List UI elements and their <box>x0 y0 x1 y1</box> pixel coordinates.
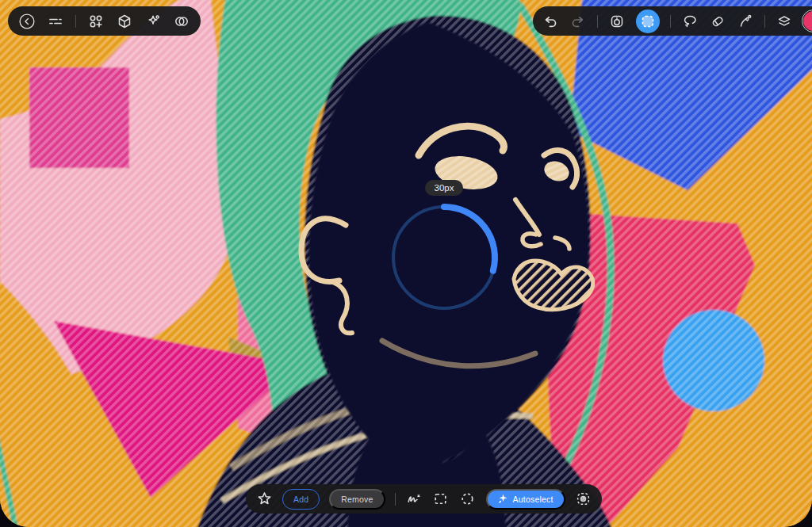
redo-button[interactable] <box>569 13 587 30</box>
dashed-rectangle-icon <box>432 491 449 507</box>
brush-size-ring[interactable] <box>387 200 501 315</box>
effects-button[interactable] <box>144 13 162 30</box>
overlapping-circles-icon <box>174 13 190 29</box>
toolbar-divider <box>395 493 396 506</box>
add-button[interactable]: Add <box>282 489 320 510</box>
freehand-select-button[interactable] <box>405 491 423 508</box>
color-swatch-button[interactable] <box>803 11 812 31</box>
layers-icon <box>776 13 792 29</box>
layers-button[interactable] <box>776 13 793 30</box>
autoselect-button[interactable]: Autoselect <box>486 489 565 510</box>
dashed-circle-icon <box>459 491 476 507</box>
blend-button[interactable] <box>173 13 190 30</box>
undo-button[interactable] <box>542 13 559 30</box>
toolbar-divider <box>597 15 598 28</box>
lasso-tool-button[interactable] <box>681 13 699 30</box>
cube-icon <box>117 13 132 29</box>
top-left-toolbar <box>8 6 201 36</box>
adjust-lines-icon <box>48 13 63 29</box>
redo-arrow-icon <box>570 13 586 29</box>
scribble-select-icon <box>405 491 422 507</box>
select-tool-button[interactable] <box>636 10 660 33</box>
remove-button[interactable]: Remove <box>329 489 385 510</box>
frame-circle-icon <box>609 13 625 29</box>
shapes-plus-icon <box>88 13 104 29</box>
top-right-toolbar <box>533 6 812 36</box>
back-button[interactable] <box>18 13 36 30</box>
eraser-tool-button[interactable] <box>709 13 726 30</box>
bottom-toolbar: Add Remove Autoselect <box>246 484 602 514</box>
paint-brush-icon <box>737 13 753 29</box>
adjust-button[interactable] <box>47 13 64 30</box>
autoselect-label: Autoselect <box>513 495 553 504</box>
app-screen: 30px <box>0 0 812 527</box>
favorite-button[interactable] <box>255 491 273 508</box>
3d-button[interactable] <box>116 13 133 30</box>
toolbar-divider <box>75 15 76 28</box>
dashed-square-icon <box>638 12 657 31</box>
lasso-icon <box>682 13 698 29</box>
selection-settings-button[interactable] <box>575 491 592 508</box>
toolbar-divider <box>670 15 671 28</box>
add-elements-button[interactable] <box>87 13 105 30</box>
chevron-left-circle-icon <box>18 11 36 32</box>
eraser-icon <box>710 13 726 29</box>
ellipse-select-button[interactable] <box>459 491 477 508</box>
undo-arrow-icon <box>542 13 558 29</box>
toolbar-divider <box>764 15 765 28</box>
star-icon <box>256 491 273 507</box>
brush-size-tooltip: 30px <box>425 180 463 196</box>
paint-tool-button[interactable] <box>737 13 754 30</box>
magic-wand-sparkle-icon <box>498 494 508 504</box>
import-button[interactable] <box>608 13 626 30</box>
sparkle-icon <box>145 13 161 29</box>
rect-select-button[interactable] <box>432 491 450 508</box>
dashed-square-texture-circle-icon <box>575 491 592 507</box>
